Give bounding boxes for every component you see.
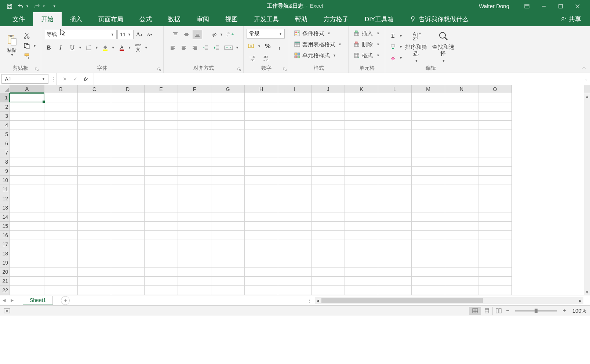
col-header[interactable]: M [412, 85, 445, 93]
cell[interactable] [178, 93, 211, 102]
scroll-down-icon[interactable]: ▼ [584, 289, 590, 295]
fill-color-dropdown[interactable]: ▼ [112, 46, 115, 50]
cell[interactable] [178, 286, 211, 295]
collapse-ribbon-icon[interactable]: ︿ [582, 64, 586, 70]
cell[interactable] [445, 267, 478, 277]
sheet-tab[interactable]: Sheet1 [23, 296, 53, 305]
cell[interactable] [44, 93, 78, 102]
cell[interactable] [378, 102, 412, 112]
cell[interactable] [245, 102, 278, 112]
cell[interactable] [478, 277, 512, 286]
col-header[interactable]: O [478, 85, 512, 93]
cell[interactable] [278, 130, 312, 139]
font-name-combo[interactable]: 等线▼ [44, 30, 117, 39]
cell[interactable] [44, 139, 78, 148]
cell[interactable] [312, 258, 345, 267]
cell[interactable] [312, 167, 345, 176]
cell[interactable] [312, 212, 345, 222]
cell[interactable] [445, 240, 478, 249]
cell[interactable] [211, 148, 245, 157]
cell[interactable] [345, 148, 378, 157]
autosum-dropdown[interactable]: ▼ [399, 34, 403, 38]
cell[interactable] [111, 277, 145, 286]
cell[interactable] [111, 249, 145, 258]
cell[interactable] [178, 112, 211, 121]
cell[interactable] [44, 258, 78, 267]
cell[interactable] [111, 286, 145, 295]
cell[interactable] [478, 194, 512, 203]
cell[interactable] [445, 286, 478, 295]
cell[interactable] [44, 286, 78, 295]
cell[interactable] [378, 139, 412, 148]
cell[interactable] [378, 222, 412, 231]
col-header[interactable]: H [245, 85, 278, 93]
cell[interactable] [111, 185, 145, 194]
cell[interactable] [478, 249, 512, 258]
cell[interactable] [378, 112, 412, 121]
cell[interactable] [78, 249, 111, 258]
cell[interactable] [78, 121, 111, 130]
cell[interactable] [145, 267, 178, 277]
cell[interactable] [211, 130, 245, 139]
cell[interactable] [412, 277, 445, 286]
cell[interactable] [278, 112, 312, 121]
cell[interactable] [478, 157, 512, 167]
cell[interactable] [412, 102, 445, 112]
cell[interactable] [10, 286, 44, 295]
bold-button[interactable]: B [44, 43, 54, 52]
cell[interactable] [178, 185, 211, 194]
row-header[interactable]: 17 [0, 240, 10, 249]
cell[interactable] [378, 231, 412, 240]
cell[interactable] [345, 212, 378, 222]
cell[interactable] [10, 212, 44, 222]
cell[interactable] [211, 231, 245, 240]
cell[interactable] [312, 130, 345, 139]
cell[interactable] [145, 93, 178, 102]
clipboard-dialog-icon[interactable] [35, 68, 39, 71]
cell[interactable] [10, 130, 44, 139]
increase-font-button[interactable]: A▴ [134, 30, 144, 39]
cell[interactable] [378, 258, 412, 267]
cell[interactable] [312, 249, 345, 258]
row-header[interactable]: 18 [0, 249, 10, 258]
cell[interactable] [211, 139, 245, 148]
cell[interactable] [345, 130, 378, 139]
cell[interactable] [111, 139, 145, 148]
cell[interactable] [245, 286, 278, 295]
conditional-format-button[interactable]: 条件格式▼ [292, 28, 345, 39]
cell[interactable] [478, 130, 512, 139]
cell[interactable] [211, 240, 245, 249]
cell[interactable] [211, 121, 245, 130]
cell[interactable] [345, 222, 378, 231]
cell[interactable] [478, 139, 512, 148]
cell[interactable] [345, 102, 378, 112]
cell[interactable] [245, 240, 278, 249]
cell[interactable] [78, 212, 111, 222]
copy-button[interactable] [22, 41, 32, 51]
cell[interactable] [478, 203, 512, 212]
cell[interactable] [245, 258, 278, 267]
enter-formula-icon[interactable]: ✓ [73, 76, 77, 82]
cell[interactable] [178, 231, 211, 240]
cell[interactable] [10, 231, 44, 240]
zoom-level[interactable]: 100% [568, 307, 586, 314]
cell[interactable] [478, 240, 512, 249]
cell[interactable] [44, 240, 78, 249]
cell[interactable] [478, 93, 512, 102]
tab-6[interactable]: 审阅 [189, 12, 217, 26]
cell[interactable] [211, 277, 245, 286]
cell[interactable] [312, 185, 345, 194]
cell[interactable] [478, 121, 512, 130]
cell[interactable] [78, 258, 111, 267]
cell[interactable] [178, 277, 211, 286]
cell[interactable] [312, 102, 345, 112]
cell[interactable] [10, 102, 44, 112]
font-color-dropdown[interactable]: ▼ [128, 46, 131, 50]
cell[interactable] [145, 139, 178, 148]
cell[interactable] [412, 139, 445, 148]
cell[interactable] [378, 249, 412, 258]
cell[interactable] [312, 286, 345, 295]
cell[interactable] [245, 249, 278, 258]
user-name[interactable]: Walter Dong [479, 3, 509, 9]
cell[interactable] [111, 176, 145, 185]
